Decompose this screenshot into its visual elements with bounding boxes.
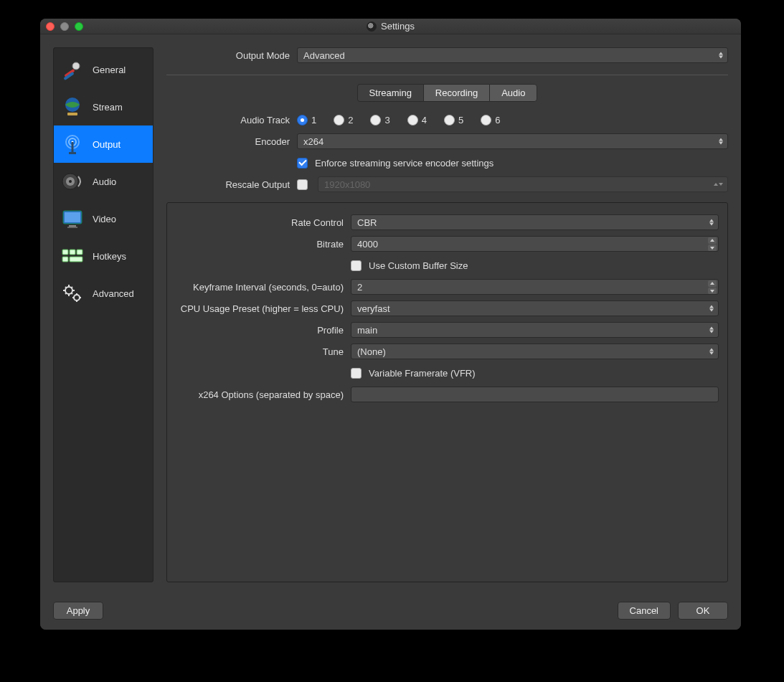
keyframe-input[interactable]: 2 bbox=[351, 279, 719, 295]
keyframe-value: 2 bbox=[357, 282, 362, 293]
stream-icon bbox=[60, 94, 85, 120]
profile-label: Profile bbox=[176, 325, 351, 336]
zoom-window-button[interactable] bbox=[75, 22, 83, 31]
minimize-window-button[interactable] bbox=[60, 22, 69, 31]
profile-select[interactable]: main bbox=[351, 322, 719, 338]
stepper-icon[interactable] bbox=[708, 237, 717, 251]
settings-sidebar: General Stream bbox=[53, 47, 154, 582]
profile-row: Profile main bbox=[176, 322, 719, 338]
tab-streaming[interactable]: Streaming bbox=[357, 84, 423, 102]
bitrate-row: Bitrate 4000 bbox=[176, 236, 719, 252]
encoder-select[interactable]: x264 bbox=[297, 133, 728, 149]
chevron-updown-icon bbox=[709, 349, 714, 355]
rescale-placeholder: 1920x1080 bbox=[324, 179, 370, 190]
output-mode-label: Output Mode bbox=[166, 50, 297, 61]
rescale-row: Rescale Output 1920x1080 bbox=[166, 176, 728, 192]
sidebar-item-stream[interactable]: Stream bbox=[54, 88, 153, 125]
hotkeys-icon bbox=[60, 243, 85, 269]
tune-value: (None) bbox=[357, 346, 386, 357]
sidebar-item-hotkeys[interactable]: Hotkeys bbox=[54, 237, 153, 275]
svg-rect-4 bbox=[67, 113, 77, 115]
vfr-row: Variable Framerate (VFR) bbox=[176, 365, 719, 381]
rescale-label: Rescale Output bbox=[166, 179, 297, 190]
x264-options-input[interactable] bbox=[351, 387, 719, 402]
bitrate-input[interactable]: 4000 bbox=[351, 236, 719, 252]
audio-track-radio-4[interactable]: 4 bbox=[407, 115, 427, 125]
svg-rect-9 bbox=[69, 152, 76, 154]
cpu-preset-select[interactable]: veryfast bbox=[351, 300, 719, 316]
divider bbox=[166, 75, 728, 75]
dialog-footer: Apply Cancel OK bbox=[53, 602, 728, 620]
sidebar-item-label: General bbox=[93, 65, 126, 75]
encoder-value: x264 bbox=[303, 136, 323, 147]
output-icon bbox=[60, 131, 85, 157]
chevron-updown-icon bbox=[709, 327, 714, 333]
chevron-down-icon bbox=[714, 183, 723, 186]
encoder-label: Encoder bbox=[166, 136, 297, 147]
keyframe-row: Keyframe Interval (seconds, 0=auto) 2 bbox=[176, 279, 719, 295]
x264-options-field[interactable] bbox=[357, 389, 712, 400]
close-window-button[interactable] bbox=[46, 22, 55, 31]
main-panel: Output Mode Advanced Streaming Recording… bbox=[166, 47, 728, 582]
sidebar-item-video[interactable]: Video bbox=[54, 200, 153, 237]
sidebar-item-output[interactable]: Output bbox=[54, 125, 153, 163]
audio-track-row: Audio Track 1 2 3 4 5 6 bbox=[166, 112, 728, 128]
sidebar-item-label: Audio bbox=[93, 176, 116, 187]
tune-row: Tune (None) bbox=[176, 344, 719, 359]
svg-point-0 bbox=[72, 62, 80, 70]
output-mode-select[interactable]: Advanced bbox=[297, 47, 728, 63]
svg-rect-15 bbox=[69, 225, 76, 227]
audio-track-radio-1[interactable]: 1 bbox=[297, 115, 316, 125]
rescale-checkbox[interactable] bbox=[297, 179, 308, 190]
chevron-updown-icon bbox=[719, 138, 723, 145]
rate-control-select[interactable]: CBR bbox=[351, 214, 719, 230]
svg-rect-14 bbox=[65, 212, 80, 222]
cpu-preset-value: veryfast bbox=[357, 303, 390, 314]
x264-options-label: x264 Options (separated by space) bbox=[176, 389, 351, 400]
bitrate-label: Bitrate bbox=[176, 239, 351, 250]
content-area: General Stream bbox=[40, 34, 741, 630]
vfr-checkbox[interactable] bbox=[351, 368, 362, 379]
audio-track-radio-6[interactable]: 6 bbox=[481, 115, 500, 125]
output-mode-value: Advanced bbox=[303, 50, 345, 61]
svg-point-12 bbox=[69, 180, 72, 183]
svg-rect-20 bbox=[62, 257, 68, 262]
settings-window: Settings General bbox=[40, 19, 741, 630]
tab-recording[interactable]: Recording bbox=[423, 84, 489, 102]
sidebar-item-advanced[interactable]: Advanced bbox=[54, 275, 153, 312]
svg-rect-18 bbox=[70, 250, 75, 255]
rescale-select[interactable]: 1920x1080 bbox=[318, 176, 728, 192]
cancel-button[interactable]: Cancel bbox=[618, 602, 671, 620]
audio-track-radio-5[interactable]: 5 bbox=[444, 115, 463, 125]
apply-button[interactable]: Apply bbox=[53, 602, 103, 620]
svg-rect-17 bbox=[62, 250, 68, 255]
ok-button[interactable]: OK bbox=[678, 602, 728, 620]
sidebar-item-general[interactable]: General bbox=[54, 51, 153, 88]
svg-rect-16 bbox=[67, 227, 77, 228]
custom-buffer-checkbox[interactable] bbox=[351, 260, 362, 271]
keyframe-label: Keyframe Interval (seconds, 0=auto) bbox=[176, 282, 351, 293]
tune-select[interactable]: (None) bbox=[351, 344, 719, 359]
bitrate-value: 4000 bbox=[357, 239, 378, 250]
stepper-icon[interactable] bbox=[708, 280, 717, 294]
sidebar-item-label: Output bbox=[93, 139, 121, 150]
custom-buffer-label: Use Custom Buffer Size bbox=[369, 260, 468, 271]
vfr-label: Variable Framerate (VFR) bbox=[369, 368, 476, 379]
svg-rect-8 bbox=[72, 142, 74, 152]
audio-track-radio-3[interactable]: 3 bbox=[370, 115, 389, 125]
sidebar-item-label: Stream bbox=[93, 102, 123, 113]
svg-rect-21 bbox=[70, 257, 82, 262]
audio-icon bbox=[60, 169, 85, 194]
audio-track-radio-2[interactable]: 2 bbox=[334, 115, 353, 125]
sidebar-item-audio[interactable]: Audio bbox=[54, 163, 153, 200]
encoder-row: Encoder x264 bbox=[166, 133, 728, 149]
cpu-preset-row: CPU Usage Preset (higher = less CPU) ver… bbox=[176, 300, 719, 316]
tab-audio[interactable]: Audio bbox=[489, 84, 537, 102]
audio-track-label: Audio Track bbox=[166, 115, 297, 125]
enforce-checkbox[interactable] bbox=[297, 158, 308, 169]
rate-control-label: Rate Control bbox=[176, 217, 351, 228]
cpu-preset-label: CPU Usage Preset (higher = less CPU) bbox=[176, 303, 351, 314]
encoder-settings-panel: Rate Control CBR Bitrate 4000 bbox=[166, 202, 728, 582]
titlebar: Settings bbox=[40, 19, 741, 34]
window-controls bbox=[46, 22, 83, 31]
